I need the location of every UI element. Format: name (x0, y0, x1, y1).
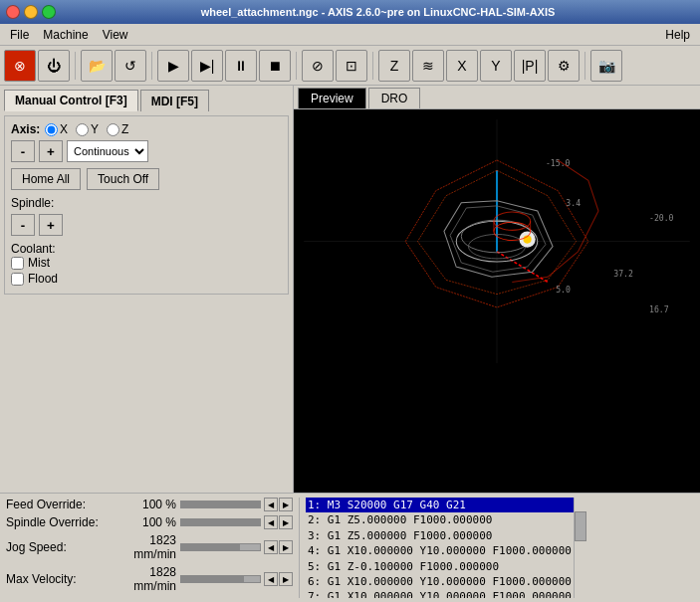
axis-y-radio[interactable]: Y (76, 122, 99, 136)
gcode-lines[interactable]: 1: M3 S20000 G17 G40 G212: G1 Z5.000000 … (306, 498, 574, 598)
gcode-line[interactable]: 4: G1 X10.000000 Y10.000000 F1000.000000 (306, 543, 574, 558)
gcode-line[interactable]: 1: M3 S20000 G17 G40 G21 (306, 498, 574, 512)
max-velocity-up[interactable]: ▶ (279, 572, 293, 586)
gcode-line[interactable]: 7: G1 X10.000000 Y10.000000 F1000.000000 (306, 589, 574, 598)
bottom-panel: Feed Override: 100 % ◀ ▶ Spindle Overrid… (0, 493, 700, 602)
jog-speed-label: Jog Speed: (6, 540, 125, 554)
spindle-override-down[interactable]: ◀ (264, 515, 278, 529)
feed-override-value: 100 % (125, 498, 180, 511)
run-from-line-button[interactable]: ▶| (191, 50, 223, 82)
home-all-button[interactable]: Home All (11, 168, 81, 190)
toolbar-sep-3 (296, 52, 297, 80)
jog-speed-row: Jog Speed: 1823 mm/min ◀ ▶ (6, 533, 293, 561)
spindle-override-fill (181, 519, 260, 525)
gcode-panel: 1: M3 S20000 G17 G40 G212: G1 Z5.000000 … (300, 498, 694, 598)
spindle-override-up[interactable]: ▶ (279, 515, 293, 529)
axis-x-input[interactable] (45, 123, 58, 136)
feed-override-down[interactable]: ◀ (264, 498, 278, 511)
window-title: wheel_attachment.ngc - AXIS 2.6.0~pre on… (62, 6, 694, 18)
max-velocity-track[interactable] (180, 575, 261, 583)
axis-z-input[interactable] (107, 123, 119, 136)
jog-row: - + Continuous (11, 140, 282, 162)
tool-change-button[interactable]: ⚙ (548, 50, 580, 82)
machine-power-button[interactable]: ⏻ (38, 50, 70, 82)
jog-plus-button[interactable]: + (39, 140, 63, 162)
open-file-button[interactable]: 📂 (81, 50, 113, 82)
spindle-plus-button[interactable]: + (39, 214, 63, 236)
axis-label: Axis: (11, 122, 41, 136)
optional-stop-button[interactable]: ⊡ (336, 50, 367, 82)
max-velocity-down[interactable]: ◀ (264, 572, 278, 586)
feed-override-arrows: ◀ ▶ (264, 498, 293, 511)
run-button[interactable]: ▶ (157, 50, 189, 82)
spindle-override-track[interactable] (180, 518, 261, 526)
close-button[interactable] (6, 5, 20, 19)
coolant-flood-checkbox[interactable] (11, 273, 24, 286)
svg-text:5.0: 5.0 (556, 285, 571, 295)
svg-text:3.4: 3.4 (566, 198, 581, 208)
max-velocity-value: 1828 mm/min (125, 565, 180, 593)
gcode-scroll-container: 1: M3 S20000 G17 G40 G212: G1 Z5.000000 … (306, 498, 694, 598)
touch-off-button[interactable]: Touch Off (87, 168, 159, 190)
z-axis-button[interactable]: |P| (514, 50, 546, 82)
gcode-line[interactable]: 3: G1 Z5.000000 F1000.000000 (306, 528, 574, 543)
jog-speed-track[interactable] (180, 543, 261, 551)
tab-dro[interactable]: DRO (368, 88, 421, 108)
tab-preview[interactable]: Preview (298, 88, 366, 108)
gcode-line[interactable]: 6: G1 X10.000000 Y10.000000 F1000.000000 (306, 574, 574, 589)
axis-z-radio[interactable]: Z (107, 122, 128, 136)
spindle-controls: - + (11, 214, 282, 236)
pause-button[interactable]: ⏸ (225, 50, 257, 82)
right-panel: Preview DRO X: 15.000 ✛ Y: 10.341 ✛ Z: (294, 86, 700, 493)
axis-y-input[interactable] (76, 123, 89, 136)
feed-override-label: Feed Override: (6, 498, 125, 511)
x-axis-button[interactable]: X (446, 50, 478, 82)
menu-help[interactable]: Help (659, 26, 696, 44)
flood-button[interactable]: ≋ (412, 50, 444, 82)
titlebar-buttons (6, 5, 56, 19)
gcode-line[interactable]: 5: G1 Z-0.100000 F1000.000000 (306, 559, 574, 574)
block-delete-button[interactable]: ⊘ (302, 50, 334, 82)
spindle-minus-button[interactable]: - (11, 214, 35, 236)
menu-machine[interactable]: Machine (37, 26, 94, 44)
coolant-mist-label: Mist (28, 256, 50, 270)
y-axis-button[interactable]: Y (480, 50, 512, 82)
gcode-scrollbar[interactable] (574, 498, 587, 598)
feed-override-row: Feed Override: 100 % ◀ ▶ (6, 498, 293, 511)
axis-radio-group: X Y Z (45, 122, 128, 136)
spindle-override-arrows: ◀ ▶ (264, 515, 293, 529)
preview-tab-bar: Preview DRO (294, 86, 700, 109)
maximize-button[interactable] (42, 5, 56, 19)
max-velocity-row: Max Velocity: 1828 mm/min ◀ ▶ (6, 565, 293, 593)
manual-control-box: Axis: X Y Z - + Cont (4, 115, 289, 295)
coolant-mist-checkbox[interactable] (11, 257, 24, 270)
minimize-button[interactable] (24, 5, 38, 19)
max-velocity-arrows: ◀ ▶ (264, 572, 293, 586)
camera-button[interactable]: 📷 (590, 50, 622, 82)
z-inhibit-button[interactable]: Z (378, 50, 410, 82)
titlebar: wheel_attachment.ngc - AXIS 2.6.0~pre on… (0, 0, 700, 24)
home-row: Home All Touch Off (11, 168, 282, 190)
svg-text:-20.0: -20.0 (649, 213, 674, 223)
menu-view[interactable]: View (97, 26, 134, 44)
gcode-line[interactable]: 2: G1 Z5.000000 F1000.000000 (306, 512, 574, 527)
menu-file[interactable]: File (4, 26, 35, 44)
stop-button[interactable]: ⏹ (259, 50, 291, 82)
jog-minus-button[interactable]: - (11, 140, 35, 162)
feed-override-track[interactable] (180, 501, 261, 508)
jog-speed-down[interactable]: ◀ (264, 540, 278, 554)
jog-speed-arrows: ◀ ▶ (264, 540, 293, 554)
toolbar: ⊗ ⏻ 📂 ↺ ▶ ▶| ⏸ ⏹ ⊘ ⊡ Z ≋ X Y |P| ⚙ 📷 (0, 46, 700, 86)
axis-x-radio[interactable]: X (45, 122, 68, 136)
jog-speed-up[interactable]: ▶ (279, 540, 293, 554)
main-content: Manual Control [F3] MDI [F5] Axis: X Y Z (0, 86, 700, 493)
feed-override-up[interactable]: ▶ (279, 498, 293, 511)
gcode-scrollbar-thumb[interactable] (575, 511, 586, 541)
reload-button[interactable]: ↺ (115, 50, 146, 82)
estop-button[interactable]: ⊗ (4, 50, 36, 82)
axis-selector-row: Axis: X Y Z (11, 122, 282, 136)
jog-mode-select[interactable]: Continuous (67, 140, 148, 162)
preview-canvas: X: 15.000 ✛ Y: 10.341 ✛ Z: -7.100 ✛ Vel:… (294, 109, 700, 493)
tab-mdi[interactable]: MDI [F5] (140, 90, 209, 111)
tab-manual-control[interactable]: Manual Control [F3] (4, 90, 138, 111)
